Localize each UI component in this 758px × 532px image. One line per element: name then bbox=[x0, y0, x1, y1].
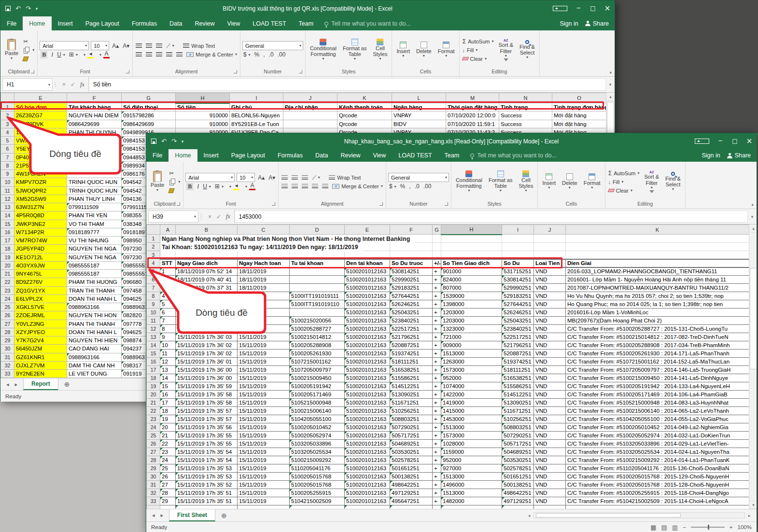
cell-F13[interactable]: 0799111509 bbox=[67, 203, 122, 211]
cell-H7[interactable]: 807000 bbox=[441, 284, 502, 292]
cell-A26[interactable]: 22 bbox=[160, 440, 176, 448]
row-header-33[interactable]: 33 bbox=[147, 497, 160, 505]
cell-G6[interactable]: + bbox=[433, 276, 441, 284]
next-sheet-icon[interactable]: ▸ bbox=[15, 381, 18, 388]
comma-button[interactable]: , bbox=[262, 50, 266, 59]
bold-button[interactable]: B bbox=[40, 50, 48, 59]
cell-G16[interactable]: + bbox=[433, 358, 441, 366]
cell-E7[interactable]: 5100201012163 bbox=[345, 284, 390, 292]
cell-K18[interactable]: C/C Transfer From: #5100215009450 : 2014… bbox=[566, 374, 749, 382]
column-header-F[interactable]: F bbox=[67, 93, 122, 103]
minimize-button[interactable]: ─ bbox=[713, 133, 728, 149]
sign-in-link[interactable]: Sign in bbox=[702, 152, 720, 159]
cell-B24[interactable]: 15/11/2019 17h 35' 56 bbox=[176, 423, 238, 432]
cell-F17[interactable]: 516538251 bbox=[390, 366, 433, 374]
align-top-button[interactable] bbox=[135, 42, 143, 50]
cell-D28[interactable]: 5100215009292 bbox=[290, 456, 345, 464]
row-header-12[interactable]: 12 bbox=[1, 195, 14, 203]
cell-D7[interactable] bbox=[290, 284, 345, 292]
cell-E23[interactable]: ZQ1GV1YX bbox=[14, 286, 67, 294]
page-layout-view-icon[interactable]: ▤ bbox=[661, 524, 667, 531]
column-header-G[interactable]: G bbox=[433, 225, 441, 235]
cell-F22[interactable]: 510256251 bbox=[390, 407, 433, 415]
cell-B33[interactable]: 15/11/2019 17h 35' 51 bbox=[176, 497, 238, 505]
tab-data[interactable]: Data bbox=[163, 16, 188, 30]
cell-J25[interactable]: VND bbox=[534, 432, 566, 440]
cell-J6[interactable]: VND bbox=[534, 276, 566, 284]
cell-I8[interactable]: 529183251 bbox=[502, 292, 534, 300]
cell-J34[interactable] bbox=[534, 505, 566, 509]
cell-D24[interactable]: 5100205010452 bbox=[290, 423, 345, 432]
cell-F31[interactable]: 498642251 bbox=[390, 481, 433, 489]
customize-qat-icon[interactable]: ▾ bbox=[36, 6, 38, 11]
cell-G20[interactable]: + bbox=[433, 391, 441, 399]
cell-J23[interactable]: VND bbox=[534, 415, 566, 423]
cell-G33[interactable]: + bbox=[433, 497, 441, 505]
cell-A21[interactable]: 17 bbox=[160, 399, 176, 407]
cell-D8[interactable]: 5100ITT191019111 bbox=[290, 292, 345, 300]
cell-H4[interactable]: So Tien Giao dich bbox=[441, 259, 502, 267]
cell-K20[interactable]: C/C Transfer From: #5100205171469 : 2014… bbox=[566, 391, 749, 399]
cell-B3[interactable] bbox=[176, 251, 238, 259]
collapse-ribbon-icon[interactable]: ▴ bbox=[609, 70, 612, 74]
normal-view-icon[interactable]: ▦ bbox=[650, 524, 656, 531]
cell-B25[interactable]: 15/11/2019 17h 35' 55 bbox=[176, 432, 238, 440]
cell-I7[interactable]: 529990251 bbox=[502, 284, 534, 292]
cell-J13[interactable]: VND bbox=[534, 333, 566, 341]
cell-H33[interactable]: 1482000 bbox=[441, 497, 502, 505]
column-header-C[interactable]: C bbox=[238, 225, 290, 235]
zoom-out-icon[interactable]: − bbox=[683, 524, 686, 530]
cell-K24[interactable]: C/C Transfer From: #5100205010452 : 2014… bbox=[566, 423, 749, 432]
align-left-button[interactable] bbox=[291, 182, 299, 191]
cell-H3[interactable] bbox=[441, 251, 502, 259]
cell-G18[interactable]: + bbox=[433, 374, 441, 382]
cell-G13[interactable]: + bbox=[433, 333, 441, 341]
cell-K9[interactable]: Ho Quang Phuc; ma so 2014 025; la 1; so … bbox=[566, 300, 749, 308]
cell-J26[interactable]: VND bbox=[534, 440, 566, 448]
cell-D9[interactable]: 5100ITT191019110 bbox=[290, 300, 345, 308]
cell-C23[interactable]: 15/11/2019 bbox=[238, 415, 290, 423]
cell-E9[interactable]: 5100201012163 bbox=[345, 300, 390, 308]
cell-C24[interactable]: 15/11/2019 bbox=[238, 423, 290, 432]
cell-C28[interactable]: 15/11/2019 bbox=[238, 456, 290, 464]
tab-review[interactable]: Review bbox=[188, 16, 221, 30]
tab-view[interactable]: View bbox=[221, 16, 246, 30]
cell-E20[interactable]: 4O3YX9JW bbox=[14, 261, 67, 269]
increase-indent-button[interactable] bbox=[321, 182, 329, 191]
row-header-16[interactable]: 16 bbox=[1, 228, 14, 236]
cell-K28[interactable]: C/C Transfer From: #5100215009292 : 2014… bbox=[566, 456, 749, 464]
prev-sheet-icon[interactable]: ◂ bbox=[6, 381, 9, 388]
cell-I10[interactable]: 526246251 bbox=[502, 308, 534, 317]
cell-I23[interactable]: 510256251 bbox=[502, 415, 534, 423]
cell-A27[interactable]: 23 bbox=[160, 448, 176, 456]
cell-H15[interactable]: 1513000 bbox=[441, 350, 502, 358]
cell-E14[interactable]: 4P5R0Q8D bbox=[14, 211, 67, 220]
underline-button[interactable]: U▾ bbox=[202, 182, 212, 191]
cell-I21[interactable]: 513090251 bbox=[502, 399, 534, 407]
cell-F21[interactable]: 0985555187 bbox=[67, 270, 122, 278]
row-header-11[interactable]: 11 bbox=[1, 186, 14, 195]
column-header-N[interactable]: N bbox=[499, 93, 552, 103]
cell-I6[interactable]: 530814251 bbox=[502, 276, 534, 284]
cell-J1[interactable] bbox=[534, 235, 566, 243]
font-color-button[interactable]: ▾A bbox=[97, 50, 111, 59]
select-all-corner[interactable] bbox=[147, 225, 160, 235]
cell-C19[interactable]: 15/11/2019 bbox=[238, 382, 290, 391]
cell-J28[interactable]: VND bbox=[534, 456, 566, 464]
column-header-K[interactable]: K bbox=[566, 225, 749, 235]
cell-K32[interactable]: C/C Transfer From: #5100205255915 : 2015… bbox=[566, 489, 749, 497]
cell-E21[interactable]: 5100201012163 bbox=[345, 399, 390, 407]
copy-button[interactable]: ▾ bbox=[22, 46, 35, 55]
cell-G8[interactable]: + bbox=[433, 292, 441, 300]
cell-H18[interactable]: 952000 bbox=[441, 374, 502, 382]
row-header-28[interactable]: 28 bbox=[1, 328, 14, 336]
align-top-button[interactable] bbox=[301, 173, 309, 182]
cell-K23[interactable]: C/C Transfer From: #5104205055100 : 2014… bbox=[566, 415, 749, 423]
cell-F26[interactable]: NGUYEN THI HON bbox=[67, 311, 122, 320]
cell-K21[interactable]: C/C Transfer From: #5105215000948 : 2014… bbox=[566, 399, 749, 407]
cell-E12[interactable]: 5100201012163 bbox=[345, 325, 390, 333]
formula-input[interactable]: 1453000 bbox=[235, 210, 748, 223]
prev-sheet-icon[interactable]: ◂ bbox=[152, 512, 155, 518]
scroll-left-icon[interactable]: ◂ bbox=[526, 513, 533, 518]
cell-I2[interactable]: 8ELONL56-Nguyen bbox=[230, 112, 283, 120]
